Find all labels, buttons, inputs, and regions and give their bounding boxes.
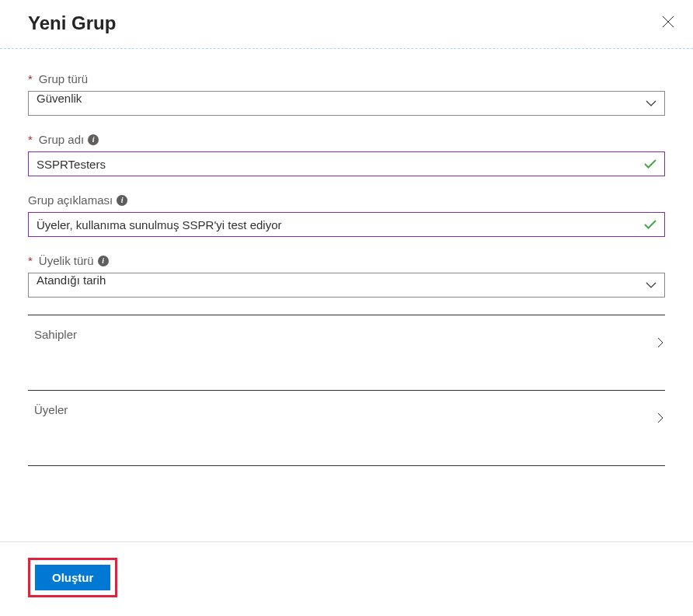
membership-type-label: * Üyelik türü i (28, 254, 665, 267)
group-type-select[interactable]: Güvenlik (28, 91, 665, 116)
group-type-label: * Grup türü (28, 72, 665, 85)
membership-type-label-text: Üyelik türü (39, 254, 94, 267)
group-name-input[interactable] (29, 152, 636, 176)
owners-row[interactable]: Sahipler (28, 315, 665, 390)
group-name-label: * Grup adı i (28, 133, 665, 146)
check-icon (636, 220, 664, 229)
chevron-right-icon (657, 412, 663, 426)
group-desc-label: Grup açıklaması i (28, 193, 665, 207)
group-type-label-text: Grup türü (39, 72, 88, 85)
create-button-highlight: Oluştur (28, 558, 117, 597)
chevron-down-icon (638, 100, 664, 106)
panel-footer: Oluştur (0, 541, 693, 616)
membership-type-value: Atandığı tarih (29, 273, 638, 297)
group-desc-label-text: Grup açıklaması (28, 193, 113, 207)
required-asterisk: * (28, 133, 33, 146)
group-name-label-text: Grup adı (39, 133, 84, 146)
close-icon (662, 16, 674, 28)
members-row[interactable]: Üyeler (28, 390, 665, 466)
required-asterisk: * (28, 72, 33, 85)
close-button[interactable] (659, 12, 677, 34)
members-label: Üyeler (34, 403, 68, 416)
field-group-name: * Grup adı i (28, 133, 665, 176)
panel-header: Yeni Grup (0, 0, 693, 49)
info-icon[interactable]: i (98, 256, 109, 266)
membership-type-select[interactable]: Atandığı tarih (28, 273, 665, 298)
field-group-type: * Grup türü Güvenlik (28, 72, 665, 116)
field-group-desc: Grup açıklaması i (28, 193, 665, 237)
chevron-down-icon (638, 282, 664, 288)
panel-title: Yeni Grup (28, 12, 116, 34)
owners-label: Sahipler (34, 328, 77, 341)
info-icon[interactable]: i (117, 195, 127, 206)
required-asterisk: * (28, 254, 33, 267)
group-type-value: Güvenlik (29, 92, 638, 115)
form-body: * Grup türü Güvenlik * Grup adı i Grup a… (0, 49, 693, 541)
group-name-input-wrap (28, 151, 665, 176)
info-icon[interactable]: i (88, 134, 99, 145)
chevron-right-icon (657, 337, 663, 351)
check-icon (636, 159, 664, 169)
field-membership-type: * Üyelik türü i Atandığı tarih (28, 254, 665, 298)
group-desc-input[interactable] (29, 213, 636, 236)
group-desc-input-wrap (28, 212, 665, 237)
create-button[interactable]: Oluştur (35, 565, 110, 590)
